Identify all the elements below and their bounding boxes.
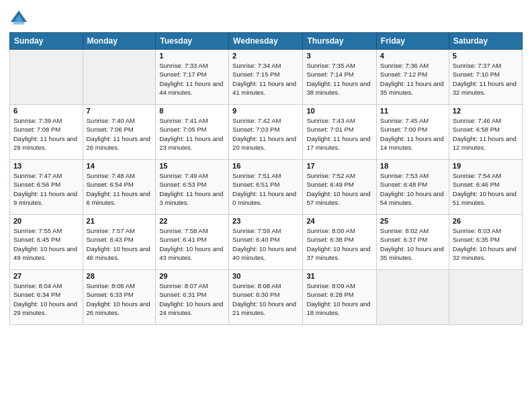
calendar-cell: 29Sunrise: 8:07 AM Sunset: 6:31 PM Dayli… <box>156 270 229 325</box>
day-number: 26 <box>453 217 519 225</box>
calendar-cell: 4Sunrise: 7:36 AM Sunset: 7:12 PM Daylig… <box>376 50 449 105</box>
day-info: Sunrise: 7:54 AM Sunset: 6:46 PM Dayligh… <box>453 171 519 207</box>
calendar-cell <box>10 50 83 105</box>
day-info: Sunrise: 8:07 AM Sunset: 6:31 PM Dayligh… <box>159 281 225 317</box>
calendar-cell: 27Sunrise: 8:04 AM Sunset: 6:34 PM Dayli… <box>10 270 83 325</box>
header-cell-wednesday: Wednesday <box>229 33 303 50</box>
day-number: 10 <box>306 107 372 115</box>
day-number: 28 <box>87 272 152 280</box>
day-info: Sunrise: 8:09 AM Sunset: 6:28 PM Dayligh… <box>306 281 372 317</box>
day-info: Sunrise: 7:49 AM Sunset: 6:53 PM Dayligh… <box>159 171 225 207</box>
header-cell-sunday: Sunday <box>10 33 83 50</box>
calendar-cell: 15Sunrise: 7:49 AM Sunset: 6:53 PM Dayli… <box>156 160 229 215</box>
calendar-cell: 7Sunrise: 7:40 AM Sunset: 7:06 PM Daylig… <box>83 105 156 160</box>
week-row-1: 1Sunrise: 7:33 AM Sunset: 7:17 PM Daylig… <box>10 50 523 105</box>
day-number: 14 <box>87 162 152 170</box>
day-info: Sunrise: 8:06 AM Sunset: 6:33 PM Dayligh… <box>87 281 152 317</box>
day-number: 23 <box>232 217 299 225</box>
calendar-cell: 19Sunrise: 7:54 AM Sunset: 6:46 PM Dayli… <box>449 160 522 215</box>
day-info: Sunrise: 7:45 AM Sunset: 7:00 PM Dayligh… <box>380 116 445 152</box>
week-row-3: 13Sunrise: 7:47 AM Sunset: 6:56 PM Dayli… <box>10 160 523 215</box>
day-info: Sunrise: 8:00 AM Sunset: 6:38 PM Dayligh… <box>306 226 372 262</box>
day-info: Sunrise: 7:53 AM Sunset: 6:48 PM Dayligh… <box>380 171 445 207</box>
day-number: 25 <box>380 217 445 225</box>
logo-icon <box>9 9 28 28</box>
day-number: 18 <box>380 162 445 170</box>
day-number: 13 <box>13 162 79 170</box>
calendar-cell: 10Sunrise: 7:43 AM Sunset: 7:01 PM Dayli… <box>303 105 376 160</box>
day-number: 30 <box>232 272 299 280</box>
day-number: 11 <box>380 107 445 115</box>
calendar-cell: 13Sunrise: 7:47 AM Sunset: 6:56 PM Dayli… <box>10 160 83 215</box>
calendar-cell: 1Sunrise: 7:33 AM Sunset: 7:17 PM Daylig… <box>156 50 229 105</box>
calendar-cell: 28Sunrise: 8:06 AM Sunset: 6:33 PM Dayli… <box>83 270 156 325</box>
day-number: 4 <box>380 52 445 60</box>
day-info: Sunrise: 7:36 AM Sunset: 7:12 PM Dayligh… <box>380 61 445 97</box>
calendar-cell: 22Sunrise: 7:58 AM Sunset: 6:41 PM Dayli… <box>156 215 229 270</box>
calendar-cell: 31Sunrise: 8:09 AM Sunset: 6:28 PM Dayli… <box>303 270 376 325</box>
day-number: 15 <box>159 162 225 170</box>
day-info: Sunrise: 7:55 AM Sunset: 6:45 PM Dayligh… <box>13 226 79 262</box>
week-row-5: 27Sunrise: 8:04 AM Sunset: 6:34 PM Dayli… <box>10 270 523 325</box>
day-info: Sunrise: 7:39 AM Sunset: 7:08 PM Dayligh… <box>13 116 79 152</box>
day-number: 20 <box>13 217 79 225</box>
day-number: 29 <box>159 272 225 280</box>
calendar-cell: 8Sunrise: 7:41 AM Sunset: 7:05 PM Daylig… <box>156 105 229 160</box>
day-info: Sunrise: 7:47 AM Sunset: 6:56 PM Dayligh… <box>13 171 79 207</box>
header-cell-friday: Friday <box>376 33 449 50</box>
day-number: 16 <box>232 162 299 170</box>
day-info: Sunrise: 7:46 AM Sunset: 6:58 PM Dayligh… <box>453 116 519 152</box>
day-number: 5 <box>453 52 519 60</box>
day-info: Sunrise: 7:33 AM Sunset: 7:17 PM Dayligh… <box>159 61 225 97</box>
day-number: 19 <box>453 162 519 170</box>
day-info: Sunrise: 7:37 AM Sunset: 7:10 PM Dayligh… <box>453 61 519 97</box>
week-row-4: 20Sunrise: 7:55 AM Sunset: 6:45 PM Dayli… <box>10 215 523 270</box>
calendar-cell: 5Sunrise: 7:37 AM Sunset: 7:10 PM Daylig… <box>449 50 522 105</box>
calendar-cell <box>376 270 449 325</box>
calendar-cell: 20Sunrise: 7:55 AM Sunset: 6:45 PM Dayli… <box>10 215 83 270</box>
day-number: 27 <box>13 272 79 280</box>
calendar-cell <box>449 270 522 325</box>
day-number: 31 <box>306 272 372 280</box>
day-info: Sunrise: 8:02 AM Sunset: 6:37 PM Dayligh… <box>380 226 445 262</box>
header-cell-monday: Monday <box>83 33 156 50</box>
day-info: Sunrise: 7:59 AM Sunset: 6:40 PM Dayligh… <box>232 226 299 262</box>
calendar-cell: 18Sunrise: 7:53 AM Sunset: 6:48 PM Dayli… <box>376 160 449 215</box>
day-info: Sunrise: 8:08 AM Sunset: 6:30 PM Dayligh… <box>232 281 299 317</box>
day-info: Sunrise: 7:42 AM Sunset: 7:03 PM Dayligh… <box>232 116 299 152</box>
calendar-table: SundayMondayTuesdayWednesdayThursdayFrid… <box>9 32 523 325</box>
day-number: 17 <box>306 162 372 170</box>
day-info: Sunrise: 8:03 AM Sunset: 6:35 PM Dayligh… <box>453 226 519 262</box>
day-number: 9 <box>232 107 299 115</box>
header-cell-tuesday: Tuesday <box>156 33 229 50</box>
day-number: 1 <box>159 52 225 60</box>
day-info: Sunrise: 7:34 AM Sunset: 7:15 PM Dayligh… <box>232 61 299 97</box>
calendar-cell: 26Sunrise: 8:03 AM Sunset: 6:35 PM Dayli… <box>449 215 522 270</box>
header-cell-thursday: Thursday <box>303 33 376 50</box>
day-number: 21 <box>87 217 152 225</box>
calendar-cell: 2Sunrise: 7:34 AM Sunset: 7:15 PM Daylig… <box>229 50 303 105</box>
calendar-cell: 3Sunrise: 7:35 AM Sunset: 7:14 PM Daylig… <box>303 50 376 105</box>
day-info: Sunrise: 7:48 AM Sunset: 6:54 PM Dayligh… <box>87 171 152 207</box>
calendar-cell: 23Sunrise: 7:59 AM Sunset: 6:40 PM Dayli… <box>229 215 303 270</box>
day-info: Sunrise: 8:04 AM Sunset: 6:34 PM Dayligh… <box>13 281 79 317</box>
day-number: 6 <box>13 107 79 115</box>
day-number: 12 <box>453 107 519 115</box>
calendar-cell: 12Sunrise: 7:46 AM Sunset: 6:58 PM Dayli… <box>449 105 522 160</box>
calendar-body: 1Sunrise: 7:33 AM Sunset: 7:17 PM Daylig… <box>10 50 523 325</box>
calendar-cell: 21Sunrise: 7:57 AM Sunset: 6:43 PM Dayli… <box>83 215 156 270</box>
day-info: Sunrise: 7:52 AM Sunset: 6:49 PM Dayligh… <box>306 171 372 207</box>
day-info: Sunrise: 7:51 AM Sunset: 6:51 PM Dayligh… <box>232 171 299 207</box>
day-info: Sunrise: 7:41 AM Sunset: 7:05 PM Dayligh… <box>159 116 225 152</box>
day-number: 3 <box>306 52 372 60</box>
calendar-cell: 6Sunrise: 7:39 AM Sunset: 7:08 PM Daylig… <box>10 105 83 160</box>
day-number: 7 <box>87 107 152 115</box>
header-cell-saturday: Saturday <box>449 33 522 50</box>
day-info: Sunrise: 7:43 AM Sunset: 7:01 PM Dayligh… <box>306 116 372 152</box>
calendar-cell <box>83 50 156 105</box>
header <box>9 7 523 28</box>
calendar-cell: 24Sunrise: 8:00 AM Sunset: 6:38 PM Dayli… <box>303 215 376 270</box>
calendar-cell: 17Sunrise: 7:52 AM Sunset: 6:49 PM Dayli… <box>303 160 376 215</box>
calendar-cell: 25Sunrise: 8:02 AM Sunset: 6:37 PM Dayli… <box>376 215 449 270</box>
header-row: SundayMondayTuesdayWednesdayThursdayFrid… <box>10 33 523 50</box>
